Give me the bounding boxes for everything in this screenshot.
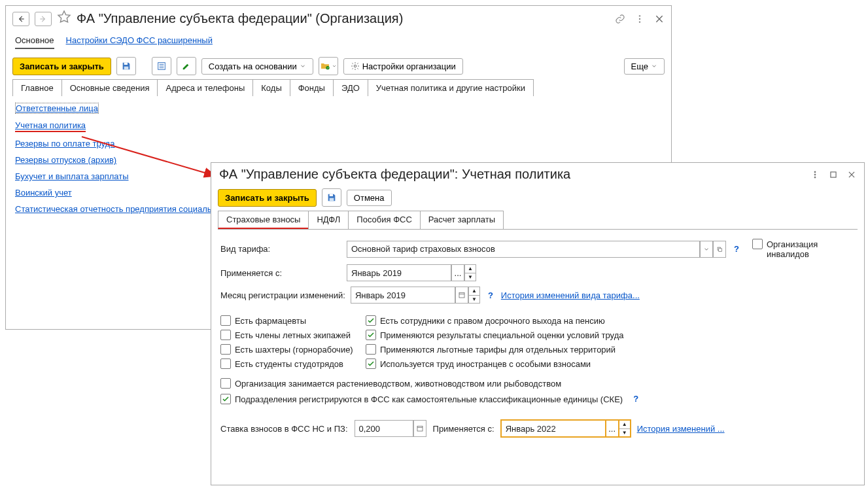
link-military[interactable]: Воинский учет (15, 188, 72, 198)
close-window-icon[interactable] (654, 14, 665, 24)
link-vacation-reserves[interactable]: Резервы отпусков (архив) (15, 155, 116, 165)
tariff-label: Вид тарифа: (220, 244, 341, 254)
agriculture-label: Организация занимается растениеводством,… (235, 378, 561, 389)
link-responsible-persons[interactable]: Ответственные лица (15, 103, 99, 114)
check-icon (222, 395, 230, 403)
tab-fss-benefits[interactable]: Пособия ФСС (348, 211, 420, 229)
tab-insurance[interactable]: Страховые взносы (218, 211, 309, 229)
reg-month-calendar-button[interactable] (455, 287, 468, 304)
accounting-policy-window: ФА "Управление субъекта федерации": Учет… (211, 162, 865, 485)
tariff-dropdown-button[interactable] (700, 241, 713, 258)
pharmacists-checkbox[interactable] (220, 315, 231, 326)
rate-applies-picker[interactable]: ... (606, 420, 619, 437)
permalink-icon[interactable] (615, 14, 625, 24)
fss-rate-input[interactable]: 0,200 (355, 420, 413, 437)
reg-month-help[interactable]: ? (485, 290, 496, 300)
applies-from-label: Применяется с: (220, 268, 341, 278)
more-menu-icon[interactable] (810, 170, 820, 179)
fss-rate-label: Ставка взносов в ФСС НС и ПЗ: (220, 424, 348, 434)
tab-info[interactable]: Основные сведения (61, 79, 158, 96)
dots-label: ... (608, 424, 616, 434)
cancel-button[interactable]: Отмена (347, 190, 392, 206)
policy-save-button[interactable] (322, 188, 341, 207)
create-based-label: Создать на основании (209, 61, 297, 71)
sout-label: Применяются результаты специальной оценк… (380, 330, 623, 340)
early-pension-label: Есть сотрудники с правом досрочного выхо… (380, 315, 605, 326)
create-based-on-button[interactable]: Создать на основании (201, 58, 313, 75)
link-statistics[interactable]: Статистическая отчетность предприятия со… (15, 204, 217, 214)
folder-action-button[interactable] (319, 57, 338, 75)
dots-label: ... (455, 268, 462, 278)
students-label: Есть студенты студотрядов (235, 358, 343, 369)
tab-payroll-calc[interactable]: Расчет зарплаты (420, 211, 504, 229)
territory-checkbox[interactable] (366, 344, 376, 355)
pencil-icon (181, 61, 192, 71)
tab-edo[interactable]: ЭДО (333, 79, 368, 96)
tariff-open-button[interactable] (713, 241, 726, 258)
rate-applies-stepper[interactable]: ▲▼ (619, 420, 631, 437)
save-button[interactable] (116, 57, 136, 75)
students-checkbox[interactable] (220, 358, 231, 369)
reg-month-label: Месяц регистрации изменений: (220, 290, 345, 300)
agriculture-checkbox[interactable] (220, 378, 231, 389)
rate-applies-input[interactable]: Январь 2022 (501, 420, 606, 437)
check-icon (367, 360, 375, 368)
org-invalid-checkbox[interactable] (752, 239, 763, 249)
rate-history-link[interactable]: История изменений ... (637, 424, 725, 434)
tab-funds[interactable]: Фонды (290, 79, 334, 96)
folder-check-icon (320, 61, 330, 71)
applies-from-input[interactable]: Январь 2019 (347, 264, 451, 281)
tariff-history-link[interactable]: История изменений вида тарифа... (501, 290, 640, 300)
tab-codes[interactable]: Коды (252, 79, 290, 96)
gear-icon (351, 61, 360, 71)
toolbar: Записать и закрыть Создать на основании … (6, 53, 671, 79)
more-menu-icon[interactable] (634, 14, 645, 24)
reg-month-input[interactable]: Январь 2019 (351, 287, 455, 304)
nav-sedo-link[interactable]: Настройки СЭДО ФСС расширенный (66, 33, 213, 49)
chevron-down-icon (300, 63, 306, 69)
miners-checkbox[interactable] (220, 344, 231, 355)
nav-main-tab[interactable]: Основное (15, 33, 54, 49)
edit-button[interactable] (177, 57, 196, 75)
nav-back-button[interactable] (12, 12, 29, 26)
applies-from-stepper[interactable]: ▲▼ (464, 264, 476, 281)
sout-checkbox[interactable] (366, 330, 376, 340)
ske-help[interactable]: ? (631, 394, 641, 404)
ske-checkbox[interactable] (220, 394, 231, 404)
tab-addresses[interactable]: Адреса и телефоны (157, 79, 253, 96)
favorite-star-icon[interactable] (57, 10, 71, 27)
policy-window-title: ФА "Управление субъекта федерации": Учет… (219, 167, 810, 182)
tab-ndfl[interactable]: НДФЛ (308, 211, 349, 229)
org-settings-button[interactable]: Настройки организации (343, 58, 463, 75)
maximize-icon[interactable] (829, 170, 838, 179)
foreign-checkbox[interactable] (366, 358, 376, 369)
tab-accounting-policy[interactable]: Учетная политика и другие настройки (368, 79, 534, 96)
window-title: ФА "Управление субъекта федерации" (Орга… (77, 11, 610, 26)
link-payroll[interactable]: Бухучет и выплата зарплаты (15, 171, 129, 181)
tab-main[interactable]: Главное (12, 79, 62, 96)
applies-from-picker[interactable]: ... (451, 264, 464, 281)
save-icon (326, 192, 337, 203)
fss-rate-calc-button[interactable] (413, 420, 426, 437)
policy-save-close-button[interactable]: Записать и закрыть (218, 189, 317, 207)
link-accounting-policy[interactable]: Учетная политика (15, 120, 86, 130)
link-pay-reserves[interactable]: Резервы по оплате труда (15, 139, 114, 148)
more-label: Еще (631, 61, 648, 71)
tariff-help[interactable]: ? (731, 244, 742, 254)
chevron-down-icon (332, 63, 337, 69)
more-button[interactable]: Еще (624, 58, 665, 75)
nav-forward-button[interactable] (35, 12, 52, 26)
list-button[interactable] (152, 57, 171, 75)
territory-label: Применяются льготные тарифы для отдельны… (380, 344, 616, 355)
pharmacists-label: Есть фармацевты (235, 315, 306, 326)
check-icon (367, 317, 375, 324)
tariff-select[interactable]: Основной тариф страховых взносов (347, 241, 700, 258)
reg-month-stepper[interactable]: ▲▼ (468, 287, 480, 304)
back-icon (16, 14, 26, 24)
policy-tabs: Страховые взносы НДФЛ Пособия ФСС Расчет… (211, 211, 864, 229)
flight-crew-checkbox[interactable] (220, 330, 231, 340)
miners-label: Есть шахтеры (горнорабочие) (235, 344, 353, 355)
early-pension-checkbox[interactable] (366, 315, 376, 326)
close-window-icon[interactable] (847, 170, 856, 179)
save-and-close-button[interactable]: Записать и закрыть (12, 58, 111, 75)
